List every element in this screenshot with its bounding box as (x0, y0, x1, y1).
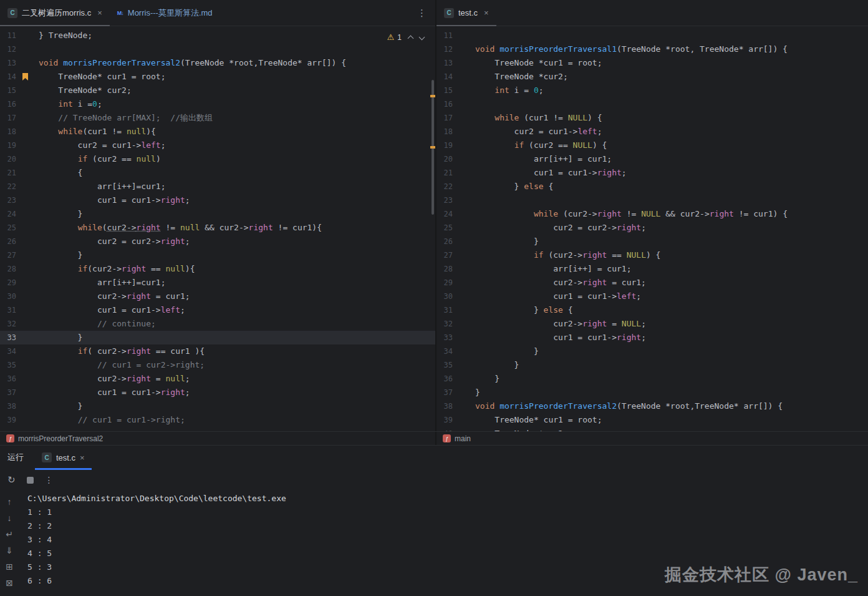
code-line[interactable]: 14 TreeNode* cur1 = root; (0, 70, 435, 84)
line-number[interactable]: 13 (436, 56, 453, 70)
code-line[interactable]: 19 cur2 = cur1->left; (0, 139, 435, 152)
line-number[interactable]: 26 (0, 235, 16, 248)
line-number[interactable]: 14 (0, 70, 16, 84)
code-line[interactable]: 18 while(cur1 != null){ (0, 125, 435, 139)
line-number[interactable]: 32 (436, 317, 453, 331)
code-text[interactable]: } (475, 358, 868, 372)
line-number[interactable]: 40 (436, 427, 453, 431)
line-number[interactable]: 36 (436, 372, 453, 386)
line-number[interactable]: 15 (0, 84, 16, 97)
warning-icon[interactable]: ⚠ (387, 31, 395, 44)
code-line[interactable]: 28 if(cur2->right == null){ (0, 262, 435, 276)
code-text[interactable]: cur2->right = cur1; (475, 276, 868, 290)
line-number[interactable]: 33 (436, 331, 453, 344)
line-number[interactable]: 32 (0, 317, 16, 331)
line-number[interactable]: 34 (0, 344, 16, 358)
code-line[interactable]: 19 if (cur2 == NULL) { (436, 139, 868, 152)
code-line[interactable]: 12 (0, 42, 435, 56)
code-line[interactable]: 21 cur1 = cur1->right; (436, 166, 868, 180)
code-text[interactable]: int i =0; (39, 97, 435, 111)
code-line[interactable]: 11 (436, 29, 868, 42)
scroll-to-end-icon[interactable]: ⇓ (6, 545, 13, 555)
line-number[interactable]: 27 (436, 248, 453, 262)
code-line[interactable]: 27 if (cur2->right == NULL) { (436, 248, 868, 262)
code-line[interactable]: 34 if( cur2->right == cur1 ){ (0, 344, 435, 358)
code-line[interactable]: 15 TreeNode* cur2; (0, 84, 435, 97)
code-line[interactable]: 29 cur2->right = cur1; (436, 276, 868, 290)
line-number[interactable]: 11 (436, 29, 453, 42)
code-text[interactable]: while (cur1 != NULL) { (475, 111, 868, 125)
code-line[interactable]: 13void morrisPreorderTraversal2(TreeNode… (0, 56, 435, 70)
code-line[interactable]: 28 arr[i++] = cur1; (436, 262, 868, 276)
code-line[interactable]: 20 if (cur2 == null) (0, 152, 435, 166)
line-number[interactable]: 31 (0, 303, 16, 317)
code-text[interactable]: arr[i++]=cur1; (39, 180, 435, 193)
line-number[interactable]: 30 (436, 290, 453, 303)
code-line[interactable]: 24 } (0, 207, 435, 221)
code-line[interactable]: 23 (436, 193, 868, 207)
breadcrumb-right[interactable]: ƒ main (436, 432, 868, 445)
code-text[interactable]: arr[i++]=cur1; (39, 276, 435, 290)
code-text[interactable]: void morrisPreorderTraversal2(TreeNode *… (39, 56, 435, 70)
line-number[interactable]: 25 (436, 221, 453, 235)
line-number[interactable]: 28 (0, 262, 16, 276)
code-line[interactable]: 31 cur1 = cur1->left; (0, 303, 435, 317)
code-line[interactable]: 15 int i = 0; (436, 84, 868, 97)
code-text[interactable]: { (39, 166, 435, 180)
more-options-icon[interactable]: ⋮ (417, 7, 427, 19)
tab-morris-md[interactable]: M↓ Morris---莫里斯算法.md (110, 0, 220, 26)
stop-icon[interactable] (27, 477, 34, 484)
line-number[interactable]: 20 (436, 152, 453, 166)
code-text[interactable]: cur1 = cur1->right; (39, 386, 435, 399)
line-number[interactable]: 23 (0, 193, 16, 207)
code-text[interactable]: } (39, 331, 435, 344)
code-text[interactable]: void morrisPreorderTraversal1(TreeNode *… (475, 42, 868, 56)
line-number[interactable]: 14 (436, 70, 453, 84)
code-line[interactable]: 33 cur1 = cur1->right; (436, 331, 868, 344)
line-number[interactable]: 17 (436, 111, 453, 125)
bookmark-icon[interactable] (22, 73, 28, 81)
code-editor-left[interactable]: ⚠ 1 11} TreeNode;1213void morrisPreorder… (0, 26, 435, 431)
code-text[interactable]: cur2->right = NULL; (475, 317, 868, 331)
line-number[interactable]: 29 (436, 276, 453, 290)
code-text[interactable]: cur1 = cur1->left; (39, 303, 435, 317)
line-number[interactable]: 18 (0, 125, 16, 139)
print-icon[interactable]: ⊞ (6, 562, 13, 572)
line-number[interactable]: 39 (0, 413, 16, 427)
code-line[interactable]: 34 } (436, 344, 868, 358)
line-number[interactable]: 28 (436, 262, 453, 276)
code-line[interactable]: 25 cur2 = cur2->right; (436, 221, 868, 235)
code-text[interactable]: } else { (475, 180, 868, 193)
breadcrumb-function-name[interactable]: morrisPreorderTraversal2 (18, 434, 103, 443)
more-options-icon[interactable]: ⋮ (45, 475, 54, 485)
code-text[interactable]: cur2 = cur2->right; (475, 221, 868, 235)
tab-morris-c[interactable]: C 二叉树遍历morris.c × (0, 0, 110, 26)
close-icon[interactable]: × (80, 453, 85, 462)
code-text[interactable] (475, 29, 868, 42)
code-text[interactable]: void morrisPreorderTraversal2(TreeNode *… (475, 399, 868, 413)
line-number[interactable]: 30 (0, 290, 16, 303)
code-text[interactable]: arr[i++] = cur1; (475, 152, 868, 166)
line-number[interactable]: 17 (0, 111, 16, 125)
line-number[interactable]: 19 (0, 139, 16, 152)
code-line[interactable]: 38 } (0, 399, 435, 413)
breadcrumb-left[interactable]: ƒ morrisPreorderTraversal2 (0, 432, 436, 445)
code-line[interactable]: 26 cur2 = cur2->right; (0, 235, 435, 248)
code-text[interactable]: if (cur2 == null) (39, 152, 435, 166)
code-text[interactable]: TreeNode* cur1 = root; (475, 413, 868, 427)
code-text[interactable]: // cur1 = cur1->right; (39, 413, 435, 427)
code-line[interactable]: 40 TreeNode *cur2; (436, 427, 868, 431)
code-text[interactable]: cur2->right = cur1; (39, 290, 435, 303)
code-text[interactable]: int i = 0; (475, 84, 868, 97)
code-line[interactable]: 33 } (0, 331, 435, 344)
line-number[interactable]: 18 (436, 125, 453, 139)
code-text[interactable] (39, 42, 435, 56)
code-line[interactable]: 16 int i =0; (0, 97, 435, 111)
code-text[interactable]: cur2 = cur1->left; (475, 125, 868, 139)
code-text[interactable]: if(cur2->right == null){ (39, 262, 435, 276)
code-line[interactable]: 29 arr[i++]=cur1; (0, 276, 435, 290)
line-number[interactable]: 35 (0, 358, 16, 372)
line-number[interactable]: 22 (0, 180, 16, 193)
line-number[interactable]: 11 (0, 29, 16, 42)
code-text[interactable]: TreeNode* cur2; (39, 84, 435, 97)
